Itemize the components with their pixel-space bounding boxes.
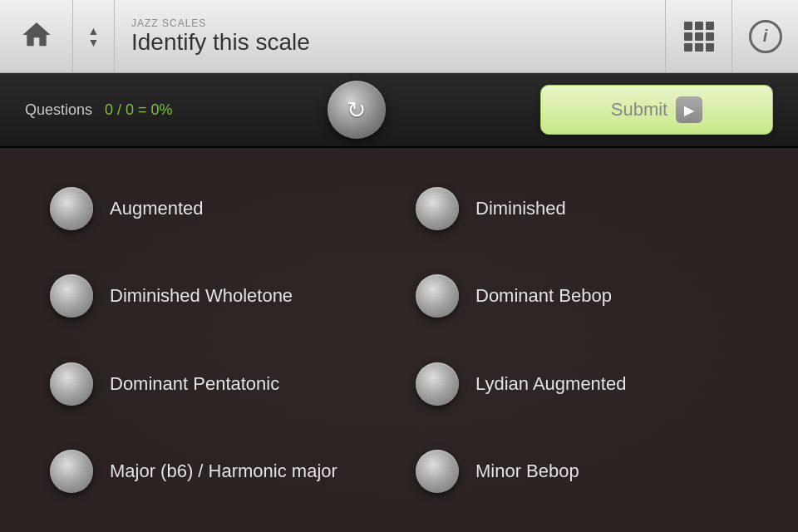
questions-score: 0 / 0 = 0% [105, 101, 173, 119]
header: ▲ ▼ JAZZ SCALES Identify this scale i [0, 0, 798, 73]
refresh-icon: ↻ [347, 96, 366, 124]
submit-button[interactable]: Submit ▶ [540, 85, 773, 135]
nav-arrows[interactable]: ▲ ▼ [73, 0, 115, 72]
submit-label: Submit [611, 99, 667, 121]
option-diminished[interactable]: Diminished [399, 165, 765, 253]
grid-icon [684, 22, 714, 52]
nav-up-arrow[interactable]: ▲ [88, 25, 100, 37]
home-button[interactable] [0, 0, 73, 72]
radio-minor-bebop[interactable] [416, 450, 459, 493]
option-label-diminished-wholetone: Diminished Wholetone [110, 285, 293, 307]
option-label-dominant-pentatonic: Dominant Pentatonic [110, 373, 279, 395]
home-icon [20, 18, 53, 55]
option-dominant-pentatonic[interactable]: Dominant Pentatonic [33, 340, 399, 428]
header-main-title: Identify this scale [131, 29, 665, 56]
questions-section: Questions 0 / 0 = 0% [25, 101, 173, 119]
refresh-button[interactable]: ↻ [328, 81, 386, 139]
radio-lydian-augmented[interactable] [416, 362, 459, 406]
option-label-diminished: Diminished [475, 198, 566, 219]
radio-augmented[interactable] [50, 187, 93, 230]
option-lydian-augmented[interactable]: Lydian Augmented [399, 340, 765, 428]
option-label-lydian-augmented: Lydian Augmented [475, 373, 626, 395]
radio-diminished-wholetone[interactable] [50, 274, 93, 318]
option-label-minor-bebop: Minor Bebop [475, 461, 579, 482]
option-major-b6[interactable]: Major (b6) / Harmonic major [33, 428, 399, 516]
info-button[interactable]: i [732, 0, 798, 72]
radio-dominant-bebop[interactable] [416, 274, 459, 318]
header-title-section: JAZZ SCALES Identify this scale [115, 17, 665, 56]
header-subtitle: JAZZ SCALES [131, 17, 665, 29]
option-dominant-bebop[interactable]: Dominant Bebop [399, 253, 765, 341]
option-minor-bebop[interactable]: Minor Bebop [399, 428, 765, 516]
radio-diminished[interactable] [416, 187, 459, 230]
toolbar: Questions 0 / 0 = 0% ↻ Submit ▶ [0, 73, 798, 148]
option-label-augmented: Augmented [110, 198, 204, 219]
submit-arrow-icon: ▶ [676, 96, 702, 123]
radio-dominant-pentatonic[interactable] [50, 362, 93, 406]
options-grid: AugmentedDiminishedDiminished WholetoneD… [0, 148, 798, 532]
option-diminished-wholetone[interactable]: Diminished Wholetone [33, 253, 399, 341]
option-augmented[interactable]: Augmented [33, 165, 399, 253]
nav-down-arrow[interactable]: ▼ [88, 37, 100, 48]
questions-label: Questions [25, 101, 92, 119]
option-label-dominant-bebop: Dominant Bebop [475, 285, 612, 307]
info-icon: i [749, 20, 782, 53]
header-right: i [665, 0, 798, 72]
radio-major-b6[interactable] [50, 450, 93, 493]
grid-button[interactable] [665, 0, 732, 72]
option-label-major-b6: Major (b6) / Harmonic major [110, 461, 337, 482]
